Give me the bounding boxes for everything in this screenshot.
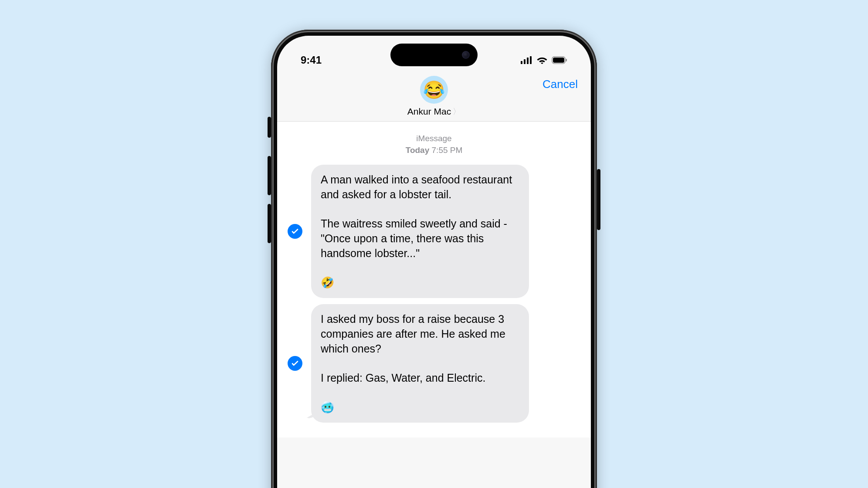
svg-rect-3	[530, 56, 532, 64]
message-thread: iMessage Today 7:55 PM A man walked into…	[277, 122, 591, 437]
svg-rect-5	[553, 58, 564, 63]
battery-icon	[552, 56, 567, 64]
silence-switch	[268, 117, 271, 138]
selection-checkmark[interactable]	[288, 224, 302, 239]
thread-timestamp: iMessage Today 7:55 PM	[288, 133, 580, 156]
message-row[interactable]: A man walked into a seafood restaurant a…	[288, 165, 580, 298]
svg-rect-1	[524, 59, 526, 64]
service-label: iMessage	[288, 133, 580, 145]
svg-rect-6	[566, 59, 567, 61]
phone-screen: 9:41	[277, 36, 591, 488]
conversation-header: 😂 Ankur Mac 〉 Cancel	[277, 73, 591, 122]
svg-rect-0	[521, 61, 522, 64]
chevron-right-icon: 〉	[453, 106, 461, 117]
avatar-emoji-icon: 😂	[423, 80, 445, 100]
date-time-label: 7:55 PM	[432, 146, 463, 155]
volume-down-button	[268, 204, 271, 243]
dynamic-island	[390, 44, 478, 66]
checkmark-icon	[291, 359, 299, 367]
checkmark-icon	[291, 227, 299, 235]
message-bubble[interactable]: I asked my boss for a raise because 3 co…	[311, 304, 529, 423]
selection-checkmark[interactable]	[288, 356, 302, 371]
wifi-icon	[537, 56, 547, 64]
status-time: 9:41	[301, 54, 322, 66]
svg-rect-2	[527, 58, 529, 64]
power-button	[597, 169, 600, 230]
message-row[interactable]: I asked my boss for a raise because 3 co…	[288, 304, 580, 423]
volume-up-button	[268, 156, 271, 195]
date-day-label: Today	[406, 146, 430, 155]
contact-avatar[interactable]: 😂	[420, 76, 448, 104]
message-bubble[interactable]: A man walked into a seafood restaurant a…	[311, 165, 529, 298]
cellular-icon	[521, 56, 532, 64]
cancel-button[interactable]: Cancel	[542, 78, 578, 91]
contact-name-label: Ankur Mac	[407, 106, 451, 117]
front-camera-icon	[462, 51, 470, 59]
phone-frame: 9:41	[271, 30, 597, 488]
contact-name-button[interactable]: Ankur Mac 〉	[407, 106, 461, 117]
